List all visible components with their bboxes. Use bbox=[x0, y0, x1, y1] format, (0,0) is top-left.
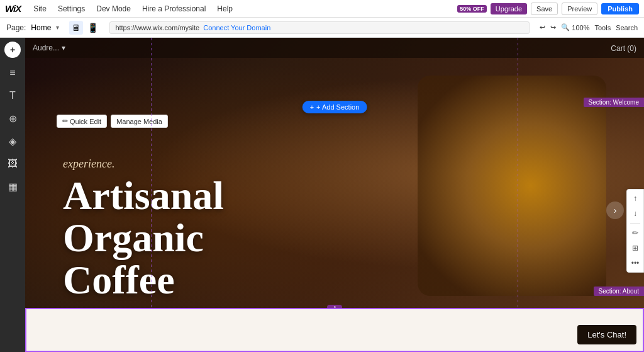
zoom-control[interactable]: 🔍 100% bbox=[561, 23, 589, 31]
discount-badge: 50% OFF bbox=[457, 5, 487, 13]
address-bar-right: ↩ ↪ 🔍 100% Tools Search bbox=[540, 23, 638, 31]
edit-section-icon[interactable]: ✏ bbox=[628, 226, 642, 240]
main-layout: + ≡ T ⊕ ◈ 🖼 ▦ Audre... ▾ Cart (0) Sect bbox=[0, 38, 644, 352]
page-dropdown-icon[interactable]: ▾ bbox=[56, 24, 59, 31]
grid-icon[interactable]: ▦ bbox=[3, 176, 23, 196]
lets-chat-button[interactable]: Let's Chat! bbox=[577, 325, 636, 344]
save-button[interactable]: Save bbox=[531, 3, 558, 15]
move-up-icon[interactable]: ↑ bbox=[628, 191, 642, 205]
toolbar-divider bbox=[630, 223, 640, 224]
publish-button[interactable]: Publish bbox=[601, 3, 639, 14]
desktop-icon[interactable]: 🖥 bbox=[69, 21, 83, 35]
design-icon[interactable]: ◈ bbox=[3, 131, 23, 151]
next-slide-arrow[interactable]: › bbox=[606, 202, 624, 219]
hero-text: experience. Artisanal Organic Coffee bbox=[63, 157, 224, 302]
text-icon[interactable]: T bbox=[3, 86, 23, 106]
search-button[interactable]: Search bbox=[616, 24, 638, 31]
coffee-image bbox=[418, 76, 606, 296]
hero-title-line3: Coffee bbox=[63, 259, 224, 301]
media-icon[interactable]: 🖼 bbox=[3, 154, 23, 174]
add-element-icon[interactable]: + bbox=[4, 42, 21, 58]
address-bar: Page: Home ▾ 🖥 📱 https://www.wix.com/mys… bbox=[0, 18, 644, 38]
hero-title-line1: Artisanal bbox=[63, 174, 224, 217]
hero-section[interactable]: Audre... ▾ Cart (0) Section: Welcome + +… bbox=[25, 38, 644, 309]
nav-site[interactable]: Site bbox=[30, 3, 50, 14]
connect-domain-link[interactable]: Connect Your Domain bbox=[203, 24, 270, 31]
section-about-badge: Section: About bbox=[594, 287, 645, 296]
edit-icon: ✏ bbox=[62, 117, 68, 125]
nav-help[interactable]: Help bbox=[213, 3, 236, 14]
pages-icon[interactable]: ≡ bbox=[3, 63, 23, 83]
add-apps-icon[interactable]: ⊕ bbox=[3, 108, 23, 128]
nav-devmode[interactable]: Dev Mode bbox=[92, 3, 135, 14]
top-bar: WiX Site Settings Dev Mode Hire a Profes… bbox=[0, 0, 644, 18]
move-down-icon[interactable]: ↓ bbox=[628, 207, 642, 220]
plus-icon: + bbox=[310, 103, 314, 111]
guide-line-left bbox=[151, 38, 152, 352]
manage-media-button[interactable]: Manage Media bbox=[111, 115, 168, 128]
hero-script: experience. bbox=[63, 157, 224, 171]
hero-title: Artisanal Organic Coffee bbox=[63, 174, 224, 302]
layout-icon[interactable]: ⊞ bbox=[628, 241, 642, 255]
nav-hire[interactable]: Hire a Professional bbox=[138, 3, 209, 14]
url-text: https://www.wix.com/mysite bbox=[115, 24, 199, 31]
tools-button[interactable]: Tools bbox=[594, 24, 611, 31]
page-name[interactable]: Home bbox=[31, 23, 51, 32]
mobile-icon[interactable]: 📱 bbox=[86, 21, 99, 35]
url-bar[interactable]: https://www.wix.com/mysite Connect Your … bbox=[109, 21, 530, 34]
right-toolbar: ↑ ↓ ✏ ⊞ ••• bbox=[626, 189, 644, 273]
user-dropdown-icon[interactable]: ▾ bbox=[62, 43, 65, 52]
site-header: Audre... ▾ Cart (0) bbox=[25, 38, 644, 58]
more-options-icon[interactable]: ••• bbox=[628, 256, 642, 270]
wix-logo: WiX bbox=[5, 3, 21, 14]
add-section-button[interactable]: + + Add Section bbox=[303, 101, 367, 113]
upgrade-button[interactable]: Upgrade bbox=[491, 3, 527, 14]
canvas: Audre... ▾ Cart (0) Section: Welcome + +… bbox=[25, 38, 644, 352]
about-section[interactable]: Let's Chat! bbox=[25, 308, 644, 352]
guide-line-right bbox=[518, 38, 518, 352]
left-sidebar: + ≡ T ⊕ ◈ 🖼 ▦ bbox=[0, 38, 25, 352]
user-menu[interactable]: Audre... ▾ bbox=[33, 43, 65, 52]
topbar-right: 50% OFF Upgrade Save Preview Publish bbox=[457, 3, 639, 15]
cart-area[interactable]: Cart (0) bbox=[611, 43, 636, 53]
quick-edit-button[interactable]: ✏ Quick Edit bbox=[57, 115, 107, 128]
add-section-label: + Add Section bbox=[316, 103, 359, 111]
nav-settings[interactable]: Settings bbox=[54, 3, 89, 14]
page-label: Page: bbox=[6, 23, 26, 32]
undo-button[interactable]: ↩ bbox=[540, 23, 545, 31]
redo-button[interactable]: ↪ bbox=[550, 23, 556, 31]
user-name: Audre... bbox=[33, 43, 59, 52]
cart-label: Cart (0) bbox=[611, 44, 636, 53]
device-icons: 🖥 📱 bbox=[69, 21, 99, 35]
hero-title-line2: Organic bbox=[63, 217, 224, 259]
section-welcome-badge: Section: Welcome bbox=[584, 98, 644, 107]
preview-button[interactable]: Preview bbox=[562, 3, 597, 15]
